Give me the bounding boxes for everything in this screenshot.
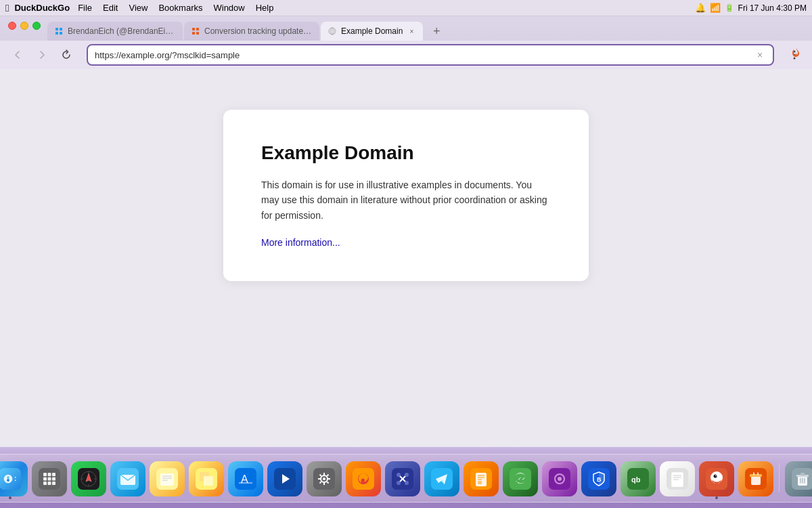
menubar-edit[interactable]: Edit: [97, 1, 123, 14]
svg-rect-28: [47, 482, 51, 485]
tab-2-label: Conversion tracking update on Bi: [204, 26, 313, 36]
svg-rect-0: [55, 28, 58, 30]
address-bar[interactable]: [95, 50, 750, 60]
svg-rect-82: [478, 481, 482, 484]
battery-icon[interactable]: 🔋: [725, 3, 734, 12]
dock-icon-whatsapp[interactable]: ✓✓: [503, 461, 538, 496]
apple-menu[interactable]: : [5, 2, 9, 14]
dock-icon-trash[interactable]: [785, 461, 813, 496]
menubar:  DuckDuckGo File Edit View Bookmarks Wi…: [0, 0, 812, 16]
svg-rect-3: [60, 32, 62, 35]
ddg-fire-icon[interactable]: [789, 47, 803, 63]
reload-button[interactable]: [57, 45, 76, 64]
dock-icon-telegram[interactable]: [424, 461, 459, 496]
svg-rect-5: [196, 28, 199, 30]
svg-rect-1: [60, 28, 62, 30]
address-bar-container: ×: [87, 44, 774, 66]
svg-rect-23: [52, 473, 55, 476]
page-body-text: This domain is for use in illustrative e…: [261, 177, 551, 223]
tab-1-label: BrendanEich (@BrendanEich) / Tw: [68, 26, 176, 36]
tab-3[interactable]: Example Domain ×: [321, 22, 423, 41]
menubar-right: 🔔 📶 🔋 Fri 17 Jun 4:30 PM: [695, 3, 807, 13]
more-information-link[interactable]: More information...: [261, 237, 340, 248]
svg-text::: :: [14, 475, 16, 482]
page-heading: Example Domain: [261, 142, 551, 164]
tab-3-label: Example Domain: [341, 26, 403, 36]
menubar-file[interactable]: File: [72, 1, 97, 14]
svg-rect-111: [800, 473, 805, 475]
page-content: Example Domain This domain is for use in…: [0, 69, 812, 447]
svg-rect-2: [55, 32, 58, 35]
svg-rect-6: [192, 32, 195, 35]
svg-point-73: [405, 481, 409, 485]
svg-rect-21: [43, 473, 47, 476]
svg-rect-104: [751, 476, 761, 485]
svg-rect-25: [47, 478, 51, 481]
svg-rect-42: [160, 473, 174, 486]
svg-point-56: [323, 478, 325, 480]
dock-icon-finder[interactable]: :: [0, 461, 28, 496]
close-button[interactable]: [8, 22, 16, 30]
dock-icon-firefox[interactable]: [346, 461, 381, 496]
dock-icon-tools[interactable]: [385, 461, 420, 496]
svg-point-17: [7, 476, 9, 479]
tab-bar: BrendanEich (@BrendanEich) / Tw Conversi…: [0, 16, 812, 41]
svg-rect-22: [47, 473, 51, 476]
dock-icon-lasso[interactable]: [542, 461, 577, 496]
dock-icon-appstore[interactable]: A: [228, 461, 263, 496]
dock-area: :: [0, 447, 812, 508]
menubar-help[interactable]: Help: [250, 1, 279, 14]
wifi-icon[interactable]: 📶: [710, 3, 721, 13]
menubar-window[interactable]: Window: [208, 1, 250, 14]
app-name[interactable]: DuckDuckGo: [14, 3, 70, 13]
svg-point-101: [715, 475, 717, 476]
tab-1[interactable]: BrendanEich (@BrendanEich) / Tw: [47, 22, 183, 41]
svg-point-88: [558, 477, 562, 481]
example-domain-card: Example Domain This domain is for use in…: [223, 110, 589, 281]
dock-icon-safari[interactable]: [71, 461, 106, 496]
forward-button[interactable]: [32, 45, 51, 64]
svg-rect-7: [196, 32, 199, 35]
dock-icon-mail[interactable]: [110, 461, 145, 496]
dock-icon-launchpad[interactable]: [32, 461, 67, 496]
svg-rect-48: [204, 476, 213, 486]
dock-icon-duckduckgo[interactable]: [699, 461, 734, 496]
minimize-button[interactable]: [20, 22, 28, 30]
dock-icon-clean[interactable]: [738, 461, 773, 496]
svg-point-18: [7, 479, 9, 482]
menubar-view[interactable]: View: [123, 1, 153, 14]
dock-icon-pages[interactable]: [464, 461, 499, 496]
svg-point-99: [710, 471, 723, 484]
address-clear-button[interactable]: ×: [754, 49, 766, 61]
dock-icon-moneyboard[interactable]: qb: [621, 461, 656, 496]
duckduckgo-active-dot: [715, 496, 718, 499]
back-button[interactable]: [8, 45, 27, 64]
clock: Fri 17 Jun 4:30 PM: [738, 3, 807, 13]
dock-icon-paper[interactable]: [660, 461, 695, 496]
dock-icon-settings[interactable]: [307, 461, 342, 496]
new-tab-button[interactable]: +: [427, 22, 446, 41]
dock-icon-vince[interactable]: [267, 461, 302, 496]
tab-2[interactable]: Conversion tracking update on Bi: [184, 22, 319, 41]
dock-icon-bitwarden[interactable]: B: [581, 461, 616, 496]
tab-2-favicon: [191, 26, 200, 36]
menubar-bookmarks[interactable]: Bookmarks: [153, 1, 208, 14]
svg-point-70: [397, 473, 401, 477]
tab-1-favicon: [54, 26, 64, 36]
maximize-button[interactable]: [32, 22, 41, 30]
svg-rect-27: [43, 482, 47, 485]
menubar-items: File Edit View Bookmarks Window Help: [72, 1, 279, 14]
dock-icon-notes[interactable]: [150, 461, 185, 496]
notification-center-icon[interactable]: 🔔: [695, 3, 706, 13]
finder-active-dot: [9, 496, 12, 499]
svg-text:qb: qb: [631, 475, 641, 484]
dock-icon-stickies[interactable]: [189, 461, 224, 496]
toolbar: ×: [0, 41, 812, 69]
svg-rect-29: [52, 482, 55, 485]
svg-rect-24: [43, 478, 47, 481]
tab-3-close[interactable]: ×: [407, 26, 416, 36]
svg-point-72: [397, 481, 401, 485]
svg-rect-26: [52, 478, 55, 481]
svg-point-71: [405, 473, 409, 477]
svg-rect-105: [750, 474, 762, 477]
